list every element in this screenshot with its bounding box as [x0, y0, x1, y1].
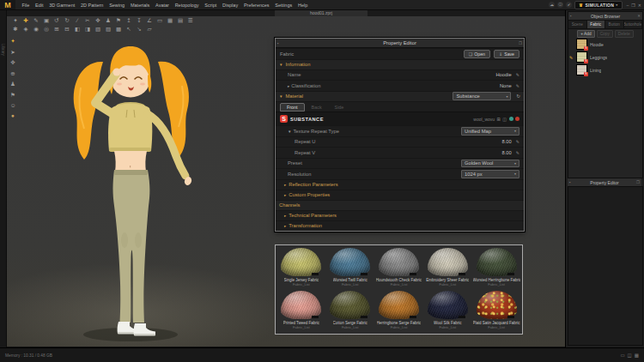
arrow-up-icon[interactable]: ↥: [125, 17, 132, 24]
add-icon[interactable]: ✚: [22, 17, 29, 24]
half-right-icon[interactable]: ◨: [84, 26, 91, 33]
collapsed-section-header[interactable]: ▸ Custom Properties: [276, 190, 524, 200]
menu-item[interactable]: Edit: [33, 3, 46, 8]
menu-item[interactable]: Script: [202, 3, 220, 8]
caret-down-icon[interactable]: ▼: [288, 130, 291, 134]
substance-remove-dot[interactable]: [515, 117, 519, 121]
save-map-icon[interactable]: ◫: [502, 117, 507, 122]
object-browser-tab[interactable]: Buttonhole: [624, 21, 643, 28]
edit-icon[interactable]: ✎: [516, 139, 519, 144]
material-side-tab[interactable]: Front: [280, 103, 305, 112]
cursor-icon[interactable]: ➤: [9, 49, 16, 56]
fabric-preset-item[interactable]: Worsted Herringbone Fabric Fabric_List: [472, 247, 520, 289]
diamond-tool-icon[interactable]: ◈: [22, 26, 29, 33]
move-tool-icon[interactable]: ✥: [94, 17, 101, 24]
menu-item[interactable]: Preferences: [241, 3, 272, 8]
fabric-preset-item[interactable]: Cotton Serge Fabric Fabric_List: [326, 290, 374, 332]
corner-up-icon[interactable]: ↖: [125, 26, 132, 33]
property-editor-titlebar[interactable]: ▪ Property Editor ❐: [276, 39, 524, 48]
close-button[interactable]: ✕: [638, 3, 641, 8]
face-icon[interactable]: ☺: [9, 102, 16, 108]
menu-item[interactable]: Settings: [272, 3, 295, 8]
caret-right-icon[interactable]: ▸: [288, 84, 289, 88]
menu-item[interactable]: Retopology: [172, 3, 202, 8]
object-browser-tab[interactable]: Scene: [568, 21, 587, 28]
avatar-pose-icon[interactable]: ♟: [9, 81, 16, 87]
information-section-header[interactable]: ▼ Information: [276, 59, 524, 69]
object-browser-action-button[interactable]: Delete: [615, 30, 634, 38]
texture-repeat-dropdown[interactable]: Unified Map ▾: [461, 127, 519, 136]
angle-measure-icon[interactable]: ∠: [146, 17, 153, 24]
panel-pin-icon[interactable]: ▪: [569, 180, 571, 184]
edit-pattern-icon[interactable]: ✎: [33, 17, 39, 24]
parallelogram-icon[interactable]: ▱: [146, 26, 153, 33]
object-browser-action-button[interactable]: + Add: [577, 30, 594, 38]
menu-item[interactable]: Help: [295, 3, 311, 8]
panel-dock-icon[interactable]: ❐: [519, 41, 522, 45]
object-browser-tab[interactable]: Button: [605, 21, 624, 28]
half-left-icon[interactable]: ◧: [74, 26, 81, 33]
scissors-icon[interactable]: ✂: [84, 17, 91, 24]
fabric-preset-item[interactable]: Herringbone Serge Fabric Fabric_List: [375, 290, 423, 332]
circle-tool-icon[interactable]: ◎: [43, 26, 50, 33]
edit-icon[interactable]: ✎: [516, 150, 519, 155]
pin-flag-icon[interactable]: ⚑: [115, 17, 122, 24]
collapsed-section-header[interactable]: ▸ Technical Parameters: [276, 210, 524, 220]
material-section-header[interactable]: ▼ Material Substance ▾ ↻: [276, 91, 524, 101]
menu-item[interactable]: Avatar: [153, 3, 173, 8]
fabric-preset-item[interactable]: Plaid Satin Jacquard Fabric Fabric_List: [472, 290, 520, 332]
tile-view-icon[interactable]: ⊞: [497, 117, 501, 122]
ruler-icon[interactable]: ▭: [156, 17, 163, 24]
fabric-preset-item[interactable]: Wool Silk Fabric Fabric_List: [423, 290, 471, 332]
box-select-icon[interactable]: ▣: [43, 17, 50, 24]
edit-icon[interactable]: ✎: [516, 83, 519, 88]
fabric-list-item[interactable]: ✎ Lining: [568, 63, 642, 76]
menu-item[interactable]: 3D Garment: [46, 3, 78, 8]
pin-icon[interactable]: ⚑: [9, 92, 16, 99]
fabric-preset-item[interactable]: Worsted Twill Fabric Fabric_List: [326, 247, 374, 289]
target-icon[interactable]: ◉: [33, 26, 39, 33]
collapsed-section-header[interactable]: ▸ Transformation: [276, 220, 524, 231]
maximize-button[interactable]: ❐: [631, 3, 635, 8]
pan-icon[interactable]: ✥: [9, 59, 16, 66]
object-browser-tab[interactable]: Fabric: [587, 21, 606, 28]
object-browser-titlebar[interactable]: ▪ Object Browser ✕: [568, 12, 642, 21]
menu-item[interactable]: 2D Pattern: [78, 3, 106, 8]
split-view-icon[interactable]: ◫: [628, 353, 632, 358]
fabric-preset-item[interactable]: Single Jersey Fabric Fabric_List: [277, 247, 325, 289]
hatch-diag-icon[interactable]: ▧: [94, 26, 101, 33]
info-icon[interactable]: ⓘ: [557, 2, 563, 8]
fabric-preset-item[interactable]: Printed Tweed Fabric Fabric_List: [277, 290, 325, 332]
avatar-3d-model[interactable]: [41, 26, 222, 347]
cloud-sync-icon[interactable]: ☁: [549, 2, 555, 8]
light-icon[interactable]: ✦: [9, 38, 16, 45]
fabric-preset-item[interactable]: Houndstooth Check Fabric Fabric_List: [375, 247, 423, 289]
hatch-cross-icon[interactable]: ▨: [105, 26, 112, 33]
grid-icon[interactable]: ▦: [167, 17, 173, 24]
panel-pin-icon[interactable]: ▪: [570, 14, 572, 18]
rows-icon[interactable]: ☰: [187, 17, 194, 24]
fabric-preset-item[interactable]: Embroidery Sheer Fabric Fabric_List: [423, 247, 471, 289]
menu-item[interactable]: Sewing: [106, 3, 128, 8]
single-view-icon[interactable]: ▭: [620, 353, 624, 358]
menu-item[interactable]: Materials: [128, 3, 153, 8]
fabric-list-item[interactable]: ✎ Hoodie: [568, 38, 642, 51]
menu-item[interactable]: File: [19, 3, 33, 8]
zoom-icon[interactable]: ⊕: [9, 70, 16, 77]
fabric-list-item[interactable]: ✎ Leggings: [568, 51, 642, 63]
redo-icon[interactable]: ↻: [64, 17, 70, 24]
undo-icon[interactable]: ↺: [53, 17, 60, 24]
save-button[interactable]: ⇓ Save: [494, 50, 519, 58]
material-ball-icon[interactable]: ●: [9, 112, 16, 118]
material-side-tab[interactable]: Back: [306, 103, 328, 112]
collapsed-section-header[interactable]: ▸ Reflection Parameters: [276, 179, 524, 190]
material-side-tab[interactable]: Side: [329, 103, 350, 112]
preset-dropdown[interactable]: Golden Wool ▾: [461, 160, 519, 168]
corner-down-icon[interactable]: ↘: [136, 26, 143, 33]
gizmo-icon[interactable]: ✦: [12, 17, 19, 24]
avatar-tool-icon[interactable]: ♟: [105, 17, 112, 24]
menu-item[interactable]: Display: [220, 3, 241, 8]
panel-pin-icon[interactable]: ▪: [277, 41, 279, 45]
arrow-down-icon[interactable]: ↧: [136, 17, 143, 24]
refresh-icon[interactable]: ↻: [516, 94, 520, 99]
